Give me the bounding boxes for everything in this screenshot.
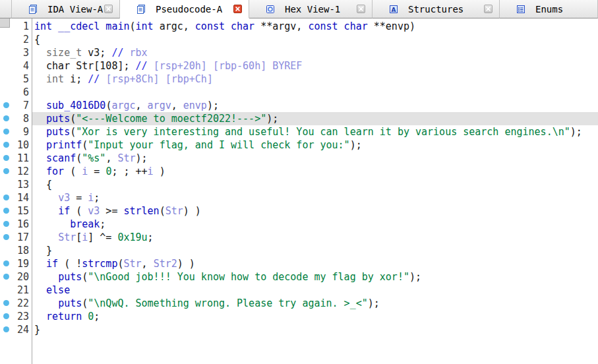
scroll-corner bbox=[0, 18, 10, 28]
token: argv bbox=[148, 100, 171, 111]
token: ; ; ++ bbox=[111, 166, 147, 177]
address-dot-icon[interactable] bbox=[3, 142, 9, 148]
code-line: 22 puts("\nQwQ. Something wrong. Please … bbox=[0, 297, 598, 310]
token: ( bbox=[82, 297, 88, 309]
token: , bbox=[105, 152, 117, 164]
token: ( bbox=[70, 205, 88, 217]
code-text[interactable]: for ( i = 0; ; ++i ) bbox=[32, 165, 598, 178]
code-text[interactable]: { bbox=[32, 33, 598, 46]
line-number: 17 bbox=[17, 231, 29, 243]
tab-structures[interactable]: AStructures bbox=[373, 0, 500, 18]
code-text[interactable]: v3 = i; bbox=[32, 191, 598, 204]
code-text[interactable]: return 0; bbox=[32, 310, 598, 323]
token: ( bbox=[64, 166, 82, 177]
document-icon bbox=[136, 4, 146, 15]
token: ( bbox=[82, 271, 88, 283]
token bbox=[34, 231, 58, 243]
token: v3; bbox=[82, 47, 111, 59]
token: 0x19u bbox=[117, 231, 147, 243]
tab-pseudocode-a[interactable]: Pseudocode-A bbox=[120, 0, 249, 18]
code-text[interactable]: size_t v3; // rbx bbox=[32, 46, 598, 59]
code-text[interactable]: break; bbox=[32, 218, 598, 231]
token bbox=[34, 192, 58, 204]
code-text[interactable]: } bbox=[32, 244, 598, 257]
token: { bbox=[34, 179, 52, 191]
code-text[interactable]: Str[i] ^= 0x19u; bbox=[32, 231, 598, 244]
code-text[interactable]: { bbox=[32, 178, 598, 191]
address-dot-icon[interactable] bbox=[3, 155, 9, 161]
close-icon[interactable] bbox=[484, 5, 493, 13]
code-text[interactable]: puts("\nQwQ. Something wrong. Please try… bbox=[32, 297, 598, 310]
code-line: 7 sub_4016D0(argc, argv, envp); bbox=[0, 99, 598, 112]
token: Str bbox=[123, 258, 141, 270]
code-line: 12 for ( i = 0; ; ++i ) bbox=[0, 165, 598, 178]
line-number: 23 bbox=[17, 311, 29, 322]
token: Str bbox=[117, 152, 135, 164]
code-text[interactable]: int i; // [rsp+8Ch] [rbp+Ch] bbox=[32, 73, 598, 86]
code-line: 1int __cdecl main(int argc, const char *… bbox=[0, 20, 598, 33]
address-dot-icon[interactable] bbox=[3, 313, 9, 319]
close-icon[interactable] bbox=[357, 5, 365, 13]
token: puts bbox=[46, 126, 70, 138]
code-text-current[interactable]: puts("<---Welcome to moectf2022!--->"); bbox=[32, 112, 598, 125]
code-text[interactable]: puts("\nGood job!!! You know how to deco… bbox=[32, 270, 598, 284]
token: Str2 bbox=[154, 258, 177, 270]
code-line: 4 char Str[108]; // [rsp+20h] [rbp-60h] … bbox=[0, 59, 598, 73]
token: { bbox=[34, 34, 40, 46]
code-line: 10 printf("Input your flag, and I will c… bbox=[0, 138, 598, 152]
token: // bbox=[111, 47, 129, 59]
address-dot-icon[interactable] bbox=[3, 221, 9, 227]
line-number: 2 bbox=[23, 34, 29, 46]
token bbox=[34, 73, 46, 85]
address-dot-icon[interactable] bbox=[3, 234, 9, 240]
code-text[interactable] bbox=[32, 86, 598, 99]
address-dot-icon[interactable] bbox=[3, 195, 9, 200]
token: scanf bbox=[46, 152, 76, 164]
line-number: 3 bbox=[23, 47, 29, 59]
code-text[interactable]: printf("Input your flag, and I will chec… bbox=[32, 138, 598, 152]
address-dot-icon[interactable] bbox=[3, 115, 9, 121]
token: int __cdecl main bbox=[34, 20, 130, 32]
token: ] ^= bbox=[88, 231, 117, 243]
line-gutter: 11 bbox=[0, 152, 32, 165]
code-text[interactable]: scanf("%s", Str); bbox=[32, 152, 598, 165]
code-line: 2{ bbox=[0, 33, 598, 46]
code-text[interactable]: if ( v3 >= strlen(Str) ) bbox=[32, 204, 598, 218]
tab-label: Structures bbox=[408, 4, 463, 15]
code-line: 23 return 0; bbox=[0, 310, 598, 323]
token: = bbox=[70, 192, 88, 204]
address-dot-icon[interactable] bbox=[3, 300, 9, 306]
close-icon[interactable] bbox=[233, 5, 242, 13]
tab-label: Enums bbox=[535, 4, 563, 15]
tab-hex-view-1[interactable]: Hex View-1 bbox=[249, 0, 373, 18]
code-line: 9 puts("Xor is very interesting and usef… bbox=[0, 125, 598, 138]
code-text[interactable]: sub_4016D0(argc, argv, envp); bbox=[32, 99, 598, 112]
code-text[interactable]: else bbox=[32, 284, 598, 297]
close-icon[interactable] bbox=[104, 5, 113, 13]
token: if bbox=[46, 258, 58, 270]
code-text[interactable]: } bbox=[32, 323, 598, 336]
address-dot-icon[interactable] bbox=[3, 168, 9, 174]
code-text[interactable]: char Str[108]; // [rsp+20h] [rbp-60h] BY… bbox=[32, 59, 598, 73]
token: ); bbox=[570, 126, 582, 138]
code-text[interactable]: int __cdecl main(int argc, const char **… bbox=[32, 20, 598, 33]
address-dot-icon[interactable] bbox=[3, 129, 9, 135]
address-dot-icon[interactable] bbox=[3, 260, 9, 266]
token: int bbox=[46, 73, 64, 85]
address-dot-icon[interactable] bbox=[3, 274, 9, 280]
token: ) ) bbox=[183, 205, 201, 217]
address-dot-icon[interactable] bbox=[3, 102, 9, 108]
address-dot-icon[interactable] bbox=[3, 208, 9, 214]
token: i bbox=[82, 166, 88, 177]
token: ( bbox=[70, 113, 76, 125]
code-text[interactable]: puts("Xor is very interesting and useful… bbox=[32, 125, 598, 138]
line-number: 24 bbox=[17, 324, 29, 336]
line-number: 4 bbox=[23, 60, 29, 72]
tab-enums[interactable]: Enums bbox=[500, 0, 598, 18]
token bbox=[34, 139, 46, 151]
tab-ida-view-a[interactable]: IDA View-A bbox=[12, 0, 120, 18]
address-dot-icon[interactable] bbox=[3, 326, 9, 332]
code-text[interactable]: if ( !strcmp(Str, Str2) ) bbox=[32, 257, 598, 270]
token: if bbox=[58, 205, 70, 217]
line-gutter: 3 bbox=[0, 46, 32, 59]
